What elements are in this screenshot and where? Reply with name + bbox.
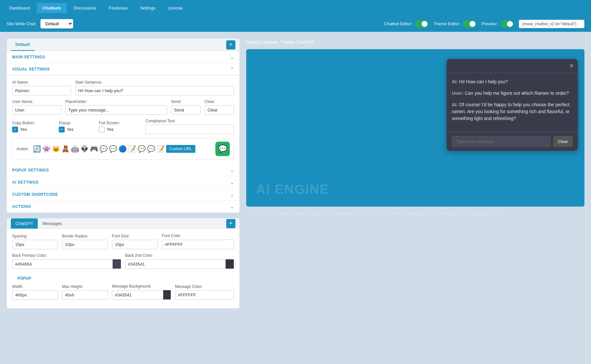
user-name-label: User Name: — [12, 99, 61, 104]
font-color-row — [162, 239, 234, 249]
chat-message-2: AI: Of course! I'd be happy to help you … — [452, 101, 573, 122]
ai-name-input[interactable] — [12, 86, 71, 95]
nav-tab-dashboard[interactable]: Dashboard — [3, 3, 36, 13]
avatar-emoji-11[interactable]: 💬 — [138, 145, 146, 153]
preview-header: Chatbot: Default - Theme: ChatGPT — [246, 38, 584, 46]
width-input[interactable] — [12, 290, 58, 300]
ai-name-row: AI Name: Start Sentence: — [12, 80, 234, 95]
messages-tab[interactable]: Messages — [38, 218, 66, 229]
avatar-emoji-9[interactable]: 🔵 — [119, 145, 127, 153]
nav-tab-settings[interactable]: Settings — [134, 3, 161, 13]
preview-toggle-group: Preview: — [481, 20, 514, 28]
preview-toggle[interactable] — [500, 20, 514, 28]
ai-settings-header[interactable]: AI SETTINGS ⌄ — [7, 176, 239, 189]
preview-area: ✕ AI: Hi! How can I help you? User: Can … — [246, 49, 584, 207]
user-name-group: User Name: — [12, 99, 61, 115]
shortcode-box[interactable]: [mwai_chatbot_v2 id="default"] — [519, 20, 584, 28]
avatar-emoji-10[interactable]: 📝 — [128, 145, 136, 153]
clear-input[interactable] — [205, 105, 234, 115]
main-settings-header[interactable]: MAIN SETTINGS ⌄ — [7, 51, 239, 63]
nav-tab-license[interactable]: License — [162, 3, 188, 13]
max-height-group: Max Height: — [62, 284, 108, 300]
nav-tab-discussions[interactable]: Discussions — [68, 3, 102, 13]
back-2nd-input[interactable] — [125, 259, 226, 269]
avatar-emoji-6[interactable]: 🎮 — [90, 145, 98, 153]
avatar-emoji-0[interactable]: 🔄 — [33, 145, 41, 153]
chat-clear-button[interactable]: Clear — [553, 136, 573, 147]
popup-yes: Yes — [67, 127, 74, 132]
custom-shortcode-header[interactable]: CUSTOM SHORTCODE ⌄ — [7, 189, 239, 201]
chatbot-editor-toggle[interactable] — [415, 20, 428, 28]
ai-settings-chevron: ⌄ — [230, 180, 234, 185]
popup-settings-header[interactable]: POPUP SETTINGS ⌄ — [7, 164, 239, 176]
back-2nd-swatch[interactable] — [226, 259, 234, 269]
chatbot-editor-label: Chatbot Editor: — [384, 21, 413, 26]
copy-button-checkbox[interactable]: ✓ — [12, 127, 18, 132]
clear-label: Clear: — [205, 99, 234, 104]
chat-body: AI: Hi! How can I help you? User: Can yo… — [447, 73, 578, 132]
add-chatbot-button[interactable]: + — [226, 40, 235, 50]
site-wide-label: Site-Wide Chat: — [7, 21, 36, 26]
full-screen-checkbox[interactable] — [99, 127, 105, 132]
avatar-emoji-7[interactable]: 💬 — [99, 145, 108, 153]
message-color-label: Message Color: — [175, 284, 234, 289]
avatar-emoji-8[interactable]: 💬 — [109, 145, 117, 153]
nav-tab-finetunes[interactable]: Finetunes — [103, 3, 133, 13]
avatar-emoji-4[interactable]: 🤖 — [71, 145, 79, 153]
theme-editor-toggle[interactable] — [463, 20, 476, 28]
chat-speaker-0: AI: — [452, 79, 458, 84]
avatar-preview-icon: 💬 — [218, 145, 227, 153]
avatar-emoji-13[interactable]: 📝 — [157, 145, 165, 153]
avatar-emoji-2[interactable]: 🐱 — [52, 145, 60, 153]
actions-title: ACTIONS — [12, 204, 31, 209]
full-screen-yes: Yes — [107, 127, 114, 132]
compliance-text-input[interactable] — [145, 125, 234, 134]
back-primary-input[interactable] — [12, 259, 113, 269]
custom-url-button[interactable]: Custom URL — [166, 145, 195, 153]
chat-close-button[interactable]: ✕ — [569, 62, 574, 70]
message-color-input[interactable] — [175, 290, 234, 300]
visual-settings-content: AI Name: Start Sentence: User Name: — [7, 75, 239, 164]
default-tab[interactable]: Default — [11, 39, 34, 51]
message-bg-input[interactable] — [112, 290, 163, 300]
chat-speaker-2: AI: — [452, 102, 458, 107]
right-panel: Chatbot: Default - Theme: ChatGPT ✕ AI: … — [246, 38, 584, 356]
full-screen-group: Full Screen: Yes — [99, 121, 142, 132]
popup-section-label: POPUP — [12, 273, 234, 284]
message-bg-label: Message Background: — [112, 284, 171, 289]
placeholder-input[interactable] — [65, 105, 167, 115]
theme-editor-label: Theme Editor: — [433, 21, 460, 26]
font-color-input[interactable] — [162, 240, 226, 249]
avatar-emoji-3[interactable]: 🧸 — [61, 145, 70, 153]
message-bg-swatch[interactable] — [163, 290, 171, 300]
start-sentence-input[interactable] — [75, 86, 234, 95]
add-theme-button[interactable]: + — [226, 219, 235, 228]
chat-header: ✕ — [447, 59, 578, 73]
avatar-emoji-12[interactable]: 💬 — [147, 145, 155, 153]
back-primary-swatch[interactable] — [113, 259, 121, 269]
send-input[interactable] — [171, 105, 201, 115]
border-radius-input[interactable] — [62, 240, 108, 249]
copy-button-group: Copy Button: ✓ Yes — [12, 121, 55, 132]
font-size-input[interactable] — [112, 240, 158, 249]
visual-settings-title: VISUAL SETTINGS — [12, 67, 50, 71]
chat-message-1: User: Can you help me figure out which R… — [452, 90, 573, 97]
watermark: AI ENGINE — [256, 182, 329, 197]
avatar-emoji-5[interactable]: 👽 — [80, 145, 89, 153]
max-height-input[interactable] — [62, 290, 108, 300]
site-wide-select[interactable]: Default — [40, 19, 73, 29]
actions-header[interactable]: ACTIONS ⌄ — [7, 201, 239, 212]
font-color-swatch[interactable] — [226, 239, 234, 249]
chatgpt-tab[interactable]: ChatGPT — [11, 218, 38, 229]
nav-tab-chatbots[interactable]: Chatbots — [37, 3, 67, 13]
user-name-input[interactable] — [12, 105, 61, 115]
visual-settings-header[interactable]: VISUAL SETTINGS ⌃ — [7, 63, 239, 75]
popup-checkbox[interactable]: ✓ — [59, 127, 65, 132]
avatar-emoji-1[interactable]: 👾 — [42, 145, 51, 153]
avatar-emojis: 🔄 👾 🐱 🧸 🤖 👽 🎮 💬 💬 🔵 📝 💬 💬 📝 — [33, 145, 195, 153]
start-sentence-label: Start Sentence: — [75, 80, 234, 85]
spacing-input[interactable] — [12, 240, 58, 249]
chat-text-2: Of course! I'd be happy to help you choo… — [452, 102, 570, 121]
chatbot-editor-toggle-group: Chatbot Editor: — [384, 20, 428, 28]
chat-message-input[interactable] — [452, 136, 551, 147]
